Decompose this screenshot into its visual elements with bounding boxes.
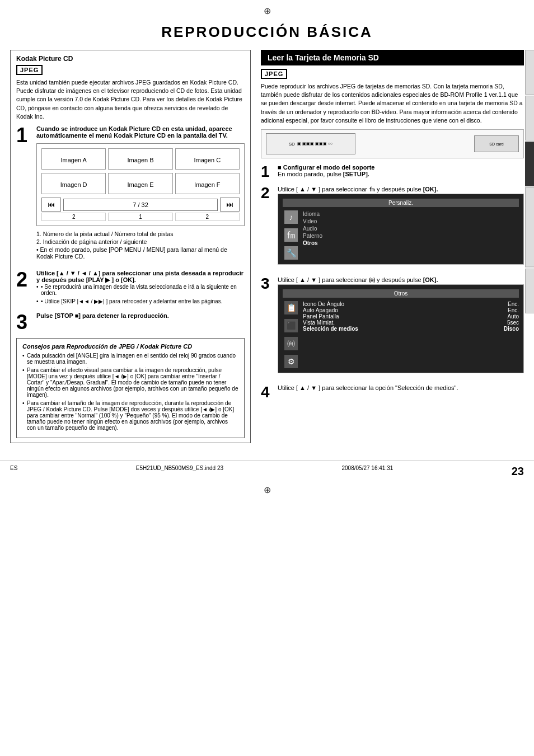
- step1-left-text: Cuando se introduce un Kodak Picture CD …: [36, 125, 232, 139]
- menu1-screen: Persnaliz. ♪ ㎙ 🔧 Idioma Video: [278, 194, 524, 265]
- step4-right-number: 4: [261, 384, 273, 400]
- ctrl-annotations: 2 1 2: [41, 213, 240, 221]
- footer: ES E5H21UD_NB500MS9_ES.indd 23 2008/05/2…: [0, 460, 534, 482]
- menu1-item-audio: Audio: [303, 225, 519, 232]
- bottom-mark: ⊕: [0, 482, 534, 497]
- step1-right-text: En modo parado, pulse [SETUP].: [278, 171, 369, 177]
- menu2-value-5: Disco: [504, 326, 519, 332]
- tips-list: Cada pulsación del [ANGLE] gira la image…: [22, 353, 238, 431]
- device-image: SD ▣ ▣▣▣ ▣▣▣ ○○ SD card: [261, 129, 524, 158]
- grid-cell-e: Imagen E: [108, 173, 172, 194]
- sidebar-tab-reproduccion[interactable]: Reproducción: [525, 142, 534, 186]
- step1-left: 1 Cuando se introduce un Kodak Picture C…: [16, 125, 245, 264]
- device-right: SD card: [474, 135, 519, 152]
- device-ports: ▣ ▣▣▣ ▣▣▣ ○○: [297, 142, 332, 146]
- menu2-icon-3: ㉂: [284, 337, 298, 350]
- tip1: Cada pulsación del [ANGLE] gira la image…: [22, 353, 238, 365]
- step2-bullets: • Se reproducirá una imagen desde la vis…: [36, 284, 245, 304]
- step3-right: 3 Utilice [ ▲ / ▼ ] para seleccionar ㉂ y…: [261, 276, 524, 379]
- menu1-header: Persnaliz.: [283, 199, 519, 207]
- step2-bullet2: • Utilice [SKIP |◄◄ / ▶▶| ] para retroce…: [36, 298, 245, 304]
- device-label-left: SD: [289, 142, 295, 147]
- menu1-icon-1: ♪: [284, 210, 298, 224]
- grid-cell-b: Imagen B: [108, 148, 172, 170]
- menu2-body: 📋 ⬛ ㉂ ⚙ Icono De Ángulo Enc.: [283, 301, 519, 368]
- grid-cell-f: Imagen F: [175, 173, 240, 194]
- menu2-label-5: Selección de medios: [303, 326, 358, 332]
- jpeg-badge-left: JPEG: [16, 65, 43, 75]
- sidebar-tab-conexiones[interactable]: Conexiones: [525, 96, 534, 140]
- step2-left-number: 2: [16, 270, 32, 290]
- menu1-icons: ♪ ㎙ 🔧: [283, 210, 299, 260]
- menu2-row-5: Selección de medios Disco: [303, 326, 519, 332]
- step2-right-number: 2: [261, 185, 273, 201]
- step2-right: 2 Utilice [ ▲ / ▼ ] para seleccionar ㎙ y…: [261, 185, 524, 270]
- menu2-label-1: Icono De Ángulo: [303, 301, 344, 307]
- note1: 1. Número de la pista actual / Número to…: [36, 231, 245, 237]
- page-indicator: 7 / 32: [63, 199, 218, 211]
- step3-right-content: Utilice [ ▲ / ▼ ] para seleccionar ㉂ y d…: [278, 276, 524, 379]
- step3-left-text: Pulse [STOP ■] para detener la reproducc…: [36, 312, 169, 319]
- menu2-row-1: Icono De Ángulo Enc.: [303, 301, 519, 307]
- tip3: Para cambiar el tamaño de la imagen de r…: [22, 400, 238, 431]
- kodak-section-title: Kodak Picture CD: [16, 55, 245, 63]
- prev-button[interactable]: ⏮: [41, 198, 61, 212]
- menu1-icon-3: 🔧: [284, 246, 298, 260]
- footer-file: E5H21UD_NB500MS9_ES.indd 23: [136, 465, 223, 478]
- menu2-label-2: Auto Apagado: [303, 307, 338, 313]
- step1-right-number: 1: [261, 164, 273, 180]
- step3-right-number: 3: [261, 276, 273, 292]
- menu2-row-2: Auto Apagado Enc.: [303, 307, 519, 313]
- sidebar-tab-configuracion[interactable]: Configuración de Funciones: [525, 187, 534, 267]
- menu1-item-idioma: Idioma: [303, 210, 519, 218]
- tips-title: Consejos para Reproducción de JPEG / Kod…: [22, 343, 238, 350]
- sidebar-tab-otros[interactable]: Otros: [525, 269, 534, 313]
- sd-header: Leer la Tarjeta de Memoria SD: [261, 50, 524, 65]
- menu1-body: ♪ ㎙ 🔧 Idioma Video Audio Paterno Otros: [283, 210, 519, 260]
- grid-cell-c: Imagen C: [175, 148, 240, 170]
- menu2-header: Otros: [283, 289, 519, 298]
- step2-bullet1: • Se reproducirá una imagen desde la vis…: [36, 284, 245, 296]
- step2-left-text: Utilice [▲ / ▼ / ◄ / ▲] para seleccionar…: [36, 270, 243, 283]
- menu2-label-4: Vista Mimiat.: [303, 320, 335, 326]
- menu1-item-video: Video: [303, 218, 519, 225]
- grid-notes: 1. Número de la pista actual / Número to…: [36, 231, 245, 260]
- step1-right-content: ■ Configurar el modo del soporte En modo…: [278, 164, 524, 177]
- step4-right-text: Utilice [ ▲ / ▼ ] para seleccionar la op…: [278, 384, 458, 391]
- next-button[interactable]: ⏭: [220, 198, 240, 212]
- menu1-icon-2: ㎙: [284, 228, 298, 242]
- top-mark: ⊕: [0, 0, 534, 19]
- note3: • En el modo parado, pulse [POP MENU / M…: [36, 246, 245, 260]
- step3-left-content: Pulse [STOP ■] para detener la reproducc…: [36, 312, 245, 319]
- step3-left: 3 Pulse [STOP ■] para detener la reprodu…: [16, 312, 245, 332]
- step1-left-number: 1: [16, 125, 32, 145]
- menu2-icon-1: 📋: [284, 301, 298, 314]
- jpeg-badge-right: JPEG: [261, 69, 287, 79]
- grid-row-bottom: Imagen D Imagen E Imagen F: [41, 173, 240, 194]
- sidebar-tab-introduccion[interactable]: Introducción: [525, 50, 534, 95]
- step2-right-text: Utilice [ ▲ / ▼ ] para seleccionar ㎙ y d…: [278, 186, 438, 192]
- menu1-item-paterno: Paterno: [303, 232, 519, 240]
- page: ⊕ REPRODUCCIÓN BÁSICA Kodak Picture CD J…: [0, 0, 534, 756]
- menu2-value-1: Enc.: [508, 301, 519, 307]
- menu2-icons: 📋 ⬛ ㉂ ⚙: [283, 301, 299, 368]
- ann-left: 2: [41, 213, 106, 221]
- grid-cell-a: Imagen A: [41, 148, 106, 170]
- menu2-value-2: Enc.: [508, 307, 519, 313]
- menu2-screen: Otros 📋 ⬛ ㉂ ⚙ Icono De: [278, 284, 524, 373]
- step4-right-content: Utilice [ ▲ / ▼ ] para seleccionar la op…: [278, 384, 524, 391]
- step1-right-subheading: ■ Configurar el modo del soporte: [278, 164, 375, 171]
- right-col-inner: Leer la Tarjeta de Memoria SD JPEG Puede…: [261, 50, 524, 400]
- kodak-section-box: Kodak Picture CD JPEG Esta unidad tambié…: [10, 50, 251, 443]
- menu2-value-3: Auto: [507, 313, 519, 320]
- step1-left-content: Cuando se introduce un Kodak Picture CD …: [36, 125, 245, 264]
- device-label-right: SD card: [489, 142, 503, 146]
- footer-left: ES: [10, 465, 17, 478]
- grid-controls: ⏮ 7 / 32 ⏭: [41, 198, 240, 212]
- footer-page-number: 23: [512, 465, 524, 478]
- page-title: REPRODUCCIÓN BÁSICA: [0, 19, 534, 50]
- step3-right-text: Utilice [ ▲ / ▼ ] para seleccionar ㉂ y d…: [278, 276, 438, 283]
- sidebar-tabs: Introducción Conexiones Reproducción Con…: [525, 50, 534, 313]
- menu2-items: Icono De Ángulo Enc. Auto Apagado Enc. P…: [303, 301, 519, 368]
- menu2-label-3: Panel Pantalla: [303, 313, 339, 320]
